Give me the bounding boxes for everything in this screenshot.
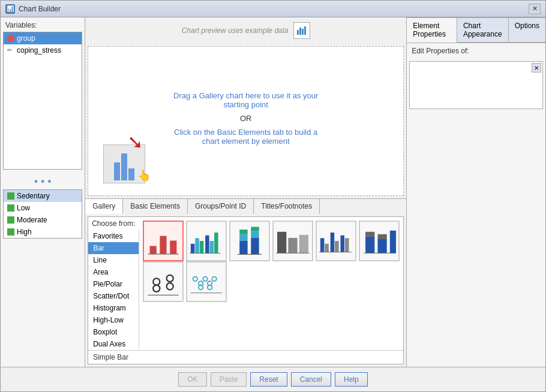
variable-label-coping: coping_stress [17, 46, 61, 55]
variable-item-group[interactable]: group [4, 32, 82, 44]
svg-rect-6 [170, 240, 176, 254]
close-button[interactable]: ✕ [529, 4, 541, 14]
svg-rect-28 [331, 233, 335, 252]
chart-type-pie-polar[interactable]: Pie/Polar [88, 278, 139, 290]
svg-rect-27 [325, 244, 329, 252]
simple-bar-icon [146, 224, 180, 258]
svg-rect-17 [239, 230, 247, 234]
category-high[interactable]: High [4, 226, 82, 238]
stacked-bar-icon [233, 224, 266, 258]
stacked-dark-icon [362, 224, 396, 258]
gallery-tabs: Gallery Basic Elements Groups/Point ID T… [85, 198, 406, 214]
category-color-high [7, 228, 14, 236]
paste-button[interactable]: Paste [211, 372, 247, 387]
category-label-high: High [17, 228, 32, 236]
click-line2: chart element by element [173, 137, 318, 146]
reset-button[interactable]: Reset [250, 372, 287, 387]
chart-type-scatter-dot[interactable]: Scatter/Dot [88, 290, 139, 302]
title-bar: 📊 Chart Builder ✕ [1, 1, 545, 17]
svg-rect-35 [378, 239, 387, 253]
chart-thumb-stacked-bar[interactable] [229, 221, 270, 261]
tab-groups-point-id[interactable]: Groups/Point ID [188, 199, 254, 214]
thumb-row-1 [143, 221, 400, 261]
category-label-moderate: Moderate [17, 216, 47, 224]
chart-type-dual-axes[interactable]: Dual Axes [88, 338, 139, 350]
svg-rect-3 [304, 26, 306, 35]
svg-rect-24 [299, 235, 308, 254]
svg-rect-4 [150, 246, 157, 254]
svg-rect-13 [214, 233, 218, 254]
tab-element-properties[interactable]: Element Properties [407, 17, 457, 43]
variable-item-coping[interactable]: ✏ coping_stress [4, 44, 82, 56]
chart-type-high-low[interactable]: High-Low [88, 314, 139, 326]
chart-type-histogram[interactable]: Histogram [88, 302, 139, 314]
dot2-icon [190, 265, 223, 298]
dot1-icon [146, 265, 180, 298]
drag-arrow: ➚ [127, 132, 143, 155]
category-label-sedentary: Sedentary [17, 192, 50, 200]
dark-bar-icon [276, 224, 310, 258]
chart-thumb-clustered-bar[interactable] [186, 221, 227, 261]
chart-thumb-simple-bar[interactable] [143, 221, 184, 261]
tab-gallery[interactable]: Gallery [85, 199, 123, 214]
help-button[interactable]: Help [335, 372, 368, 387]
ok-button[interactable]: OK [178, 372, 206, 387]
chart-type-area[interactable]: Area [88, 266, 139, 278]
svg-point-48 [212, 277, 217, 281]
svg-rect-8 [191, 244, 195, 254]
clustered-bar-icon [190, 224, 223, 258]
svg-rect-37 [390, 231, 396, 254]
cancel-button[interactable]: Cancel [291, 372, 331, 387]
choose-from-label: Choose from: [88, 217, 139, 230]
window-title: Chart Builder [19, 5, 529, 13]
multi-clustered-icon [319, 224, 353, 258]
chart-thumb-dark-bar[interactable] [272, 221, 313, 261]
tab-chart-appearance[interactable]: Chart Appearance [457, 17, 509, 43]
svg-rect-5 [160, 236, 167, 254]
svg-rect-20 [251, 227, 259, 231]
bottom-bar: OK Paste Reset Cancel Help [1, 367, 545, 391]
variables-list: group ✏ coping_stress [3, 32, 82, 170]
chart-thumb-dot2[interactable] [186, 261, 227, 302]
svg-rect-30 [341, 236, 345, 252]
tab-basic-elements[interactable]: Basic Elements [123, 199, 188, 214]
category-color-sedentary [7, 192, 14, 200]
svg-point-42 [167, 283, 173, 290]
svg-point-44 [193, 277, 197, 281]
preview-label: Chart preview uses example data [182, 26, 289, 35]
svg-point-39 [153, 278, 160, 285]
svg-rect-2 [302, 29, 304, 35]
variable-label-group: group [17, 34, 35, 43]
cursor-hand-icon: 👆 [137, 169, 151, 182]
chart-icon-button[interactable] [293, 22, 310, 39]
pencil-icon: ✏ [7, 47, 14, 54]
chart-canvas[interactable]: Drag a Gallery chart here to use it as y… [88, 46, 404, 196]
chart-thumb-stacked-dark[interactable] [359, 221, 400, 261]
app-icon: 📊 [5, 4, 15, 14]
edit-props-box: ✕ [409, 61, 543, 109]
drag-line1: Drag a Gallery chart here to use it as y… [173, 91, 318, 100]
category-sedentary[interactable]: Sedentary [4, 190, 82, 202]
svg-rect-12 [210, 241, 214, 254]
category-low[interactable]: Low [4, 202, 82, 214]
tab-titles-footnotes[interactable]: Titles/Footnotes [254, 199, 320, 214]
svg-rect-33 [365, 237, 374, 253]
chart-thumb-dot1[interactable] [143, 261, 184, 302]
category-label-low: Low [17, 204, 30, 212]
chart-type-boxplot[interactable]: Boxplot [88, 326, 139, 338]
svg-rect-31 [345, 238, 349, 252]
chart-thumb-multi-clustered[interactable] [316, 221, 356, 261]
category-moderate[interactable]: Moderate [4, 214, 82, 226]
variable-icon-group [7, 35, 14, 42]
edit-props-close-button[interactable]: ✕ [532, 63, 541, 73]
tab-options[interactable]: Options [508, 17, 545, 43]
category-list: Sedentary Low Moderate High [3, 189, 82, 239]
chart-type-line[interactable]: Line [88, 254, 139, 266]
svg-point-46 [203, 277, 208, 281]
svg-rect-22 [277, 232, 286, 254]
chart-type-favorites[interactable]: Favorites [88, 230, 139, 242]
left-panel: Variables: group ✏ coping_stress • • • S… [1, 17, 85, 367]
chart-type-list: Favorites Bar Line Area Pie/Polar Scatte… [88, 230, 139, 350]
chart-type-bar[interactable]: Bar [88, 242, 139, 254]
chart-preview-header: Chart preview uses example data [85, 17, 406, 44]
